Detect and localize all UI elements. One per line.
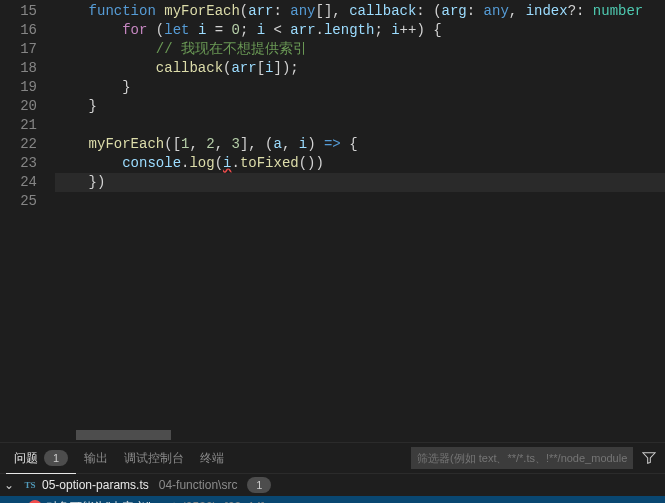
problem-error-row[interactable]: ⊘ 对象可能为"未定义"。 ts(2532) [23, 14] bbox=[0, 496, 665, 503]
code-line[interactable]: callback(arr[i]); bbox=[55, 59, 665, 78]
code-line[interactable] bbox=[55, 116, 665, 135]
code-line[interactable]: for (let i = 0; i < arr.length; i++) { bbox=[55, 21, 665, 40]
tab-label: 问题 bbox=[14, 450, 38, 467]
tab-problems[interactable]: 问题 1 bbox=[6, 443, 76, 474]
chevron-down-icon: ⌄ bbox=[4, 478, 18, 492]
code-line[interactable]: myForEach([1, 2, 3], (a, i) => { bbox=[55, 135, 665, 154]
problems-list: ⌄ TS 05-option-params.ts 04-function\src… bbox=[0, 474, 665, 503]
tab-terminal[interactable]: 终端 bbox=[192, 443, 232, 473]
problem-file-row[interactable]: ⌄ TS 05-option-params.ts 04-function\src… bbox=[0, 474, 665, 496]
tab-debug-console[interactable]: 调试控制台 bbox=[116, 443, 192, 473]
problems-count-badge: 1 bbox=[44, 450, 68, 466]
file-name: 05-option-params.ts bbox=[42, 478, 149, 492]
panel-tabs: 问题 1 输出 调试控制台 终端 bbox=[0, 443, 665, 474]
bottom-panel: 问题 1 输出 调试控制台 终端 ⌄ TS 05-option-params.t… bbox=[0, 442, 665, 503]
horizontal-scrollbar-thumb[interactable] bbox=[76, 430, 171, 440]
tab-output[interactable]: 输出 bbox=[76, 443, 116, 473]
filter-wrap bbox=[411, 447, 659, 469]
code-line[interactable]: } bbox=[55, 78, 665, 97]
file-problem-count: 1 bbox=[247, 477, 271, 493]
file-path: 04-function\src bbox=[159, 478, 238, 492]
error-message: 对象可能为"未定义"。 bbox=[46, 499, 163, 504]
code-line[interactable]: // 我现在不想提供索引 bbox=[55, 40, 665, 59]
code-line[interactable]: }) bbox=[55, 173, 665, 192]
code-line[interactable]: console.log(i.toFixed()) bbox=[55, 154, 665, 173]
code-editor[interactable]: 1516171819202122232425 function myForEac… bbox=[0, 0, 665, 443]
code-line[interactable]: } bbox=[55, 97, 665, 116]
code-area[interactable]: function myForEach(arr: any[], callback:… bbox=[55, 0, 665, 443]
code-line[interactable]: function myForEach(arr: any[], callback:… bbox=[55, 2, 665, 21]
filter-input[interactable] bbox=[411, 447, 633, 469]
filter-icon[interactable] bbox=[639, 447, 659, 469]
line-gutter: 1516171819202122232425 bbox=[0, 0, 55, 443]
code-line[interactable] bbox=[55, 192, 665, 211]
typescript-file-icon: TS bbox=[22, 477, 38, 493]
